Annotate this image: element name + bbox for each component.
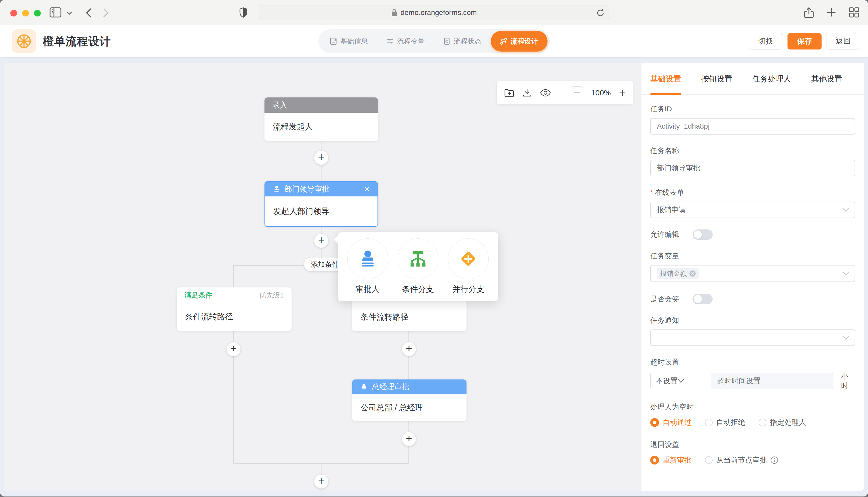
- priority-badge: 优先级1: [259, 290, 284, 300]
- radio-icon: [705, 418, 713, 426]
- task-notify-select[interactable]: [650, 329, 855, 346]
- download-icon[interactable]: [523, 88, 532, 97]
- radio-re-approve[interactable]: 重新审批: [650, 455, 691, 465]
- allow-edit-toggle[interactable]: [692, 229, 713, 240]
- chevron-down-icon[interactable]: [67, 11, 72, 15]
- add-node-button[interactable]: [314, 474, 328, 488]
- status-doc-icon: [443, 38, 451, 45]
- task-id-input[interactable]: [650, 118, 855, 134]
- tab-flow-variables[interactable]: 流程变量: [377, 31, 434, 52]
- chevron-down-icon: [678, 379, 684, 383]
- info-icon: [770, 456, 778, 464]
- add-node-button[interactable]: [402, 342, 416, 356]
- radio-auto-reject[interactable]: 自动拒绝: [705, 417, 745, 427]
- flow-canvas[interactable]: 100% + 录入 流程发起人 部门领导审批 ✕ 发起人部门领导 添加条件: [4, 63, 642, 491]
- timeout-value-input[interactable]: [712, 373, 833, 389]
- task-notify-label: 任务通知: [650, 315, 855, 325]
- zoom-out-button[interactable]: [571, 86, 583, 99]
- browser-sidebar-icon[interactable]: [50, 7, 61, 17]
- add-node-button[interactable]: [314, 234, 328, 248]
- browser-window: demo.orangeforms.com 橙单流程设计 基础信息: [0, 0, 868, 496]
- switch-button[interactable]: 切换: [749, 33, 783, 49]
- return-setting-radio-group: 重新审批 从当前节点审批: [650, 455, 855, 465]
- save-button[interactable]: 保存: [787, 33, 822, 49]
- tab-basic-info[interactable]: 基础信息: [320, 31, 377, 52]
- approver-stamp-icon: [358, 249, 377, 269]
- settings-tabs: 基础设置 按钮设置 任务处理人 其他设置: [642, 63, 864, 95]
- radio-icon: [705, 456, 713, 464]
- back-button[interactable]: [85, 8, 92, 18]
- node-gm-approval[interactable]: 总经理审批 公司总部 / 总经理: [352, 380, 467, 421]
- tab-other-settings[interactable]: 其他设置: [811, 63, 842, 94]
- parallel-branch-icon: [458, 249, 478, 269]
- approver-stamp-icon: [273, 185, 280, 193]
- address-bar[interactable]: demo.orangeforms.com: [258, 5, 610, 20]
- flow-nav-tabs: 基础信息 流程变量 流程状态 流程设计: [318, 29, 550, 53]
- forward-button[interactable]: [103, 8, 109, 18]
- zoom-level: 100%: [591, 88, 611, 97]
- task-id-label: 任务ID: [650, 104, 855, 114]
- countersign-label: 是否会签: [650, 294, 679, 304]
- add-node-menu: 审批人 条件分支 并行分支: [338, 232, 498, 301]
- timeout-mode-select[interactable]: 不设置: [650, 373, 712, 389]
- share-icon[interactable]: [804, 7, 814, 18]
- task-variables-select[interactable]: 报销金额 ✕: [650, 265, 855, 282]
- settings-panel: 基础设置 按钮设置 任务处理人 其他设置 任务ID 任务名称 * 在线表单 报销…: [642, 63, 864, 491]
- online-form-select[interactable]: 报销申请: [650, 202, 855, 218]
- zoom-window-button[interactable]: [34, 10, 41, 16]
- timeout-label: 超时设置: [650, 357, 855, 367]
- radio-from-current-node[interactable]: 从当前节点审批: [705, 455, 778, 465]
- remove-tag-icon[interactable]: ✕: [689, 270, 695, 276]
- tab-overview-icon[interactable]: [849, 7, 859, 18]
- tab-flow-status[interactable]: 流程状态: [434, 31, 491, 52]
- tab-basic-settings[interactable]: 基础设置: [650, 63, 681, 94]
- open-file-icon[interactable]: [505, 88, 514, 97]
- timeout-unit: 小时: [841, 371, 855, 391]
- node-dept-approval[interactable]: 部门领导审批 ✕ 发起人部门领导: [264, 181, 378, 227]
- add-node-button[interactable]: [314, 151, 328, 165]
- close-icon[interactable]: ✕: [364, 185, 370, 193]
- variables-icon: [387, 38, 394, 45]
- radio-assign-handler[interactable]: 指定处理人: [759, 417, 806, 427]
- new-tab-icon[interactable]: [826, 7, 837, 18]
- menu-item-parallel-branch[interactable]: 并行分支: [448, 239, 489, 301]
- radio-icon: [650, 418, 659, 427]
- countersign-toggle[interactable]: [692, 294, 713, 304]
- radio-icon: [650, 456, 659, 465]
- preview-eye-icon[interactable]: [540, 89, 551, 97]
- required-asterisk: *: [650, 188, 653, 197]
- toolbar-divider: [561, 87, 561, 99]
- tab-task-assignee[interactable]: 任务处理人: [753, 63, 791, 94]
- variable-tag: 报销金额 ✕: [657, 268, 699, 279]
- form-info-icon: [330, 38, 337, 45]
- traffic-lights: [10, 10, 41, 16]
- lock-icon: [391, 9, 397, 17]
- zoom-in-button[interactable]: +: [619, 87, 626, 98]
- page-title: 橙单流程设计: [43, 34, 111, 49]
- chevron-down-icon: [842, 208, 850, 212]
- radio-auto-pass[interactable]: 自动通过: [650, 417, 691, 427]
- close-window-button[interactable]: [10, 10, 17, 16]
- online-form-label: * 在线表单: [650, 188, 855, 197]
- url-text: demo.orangeforms.com: [400, 9, 477, 17]
- tab-flow-design[interactable]: 流程设计: [491, 31, 548, 52]
- task-name-label: 任务名称: [650, 146, 855, 156]
- minimize-window-button[interactable]: [22, 10, 29, 16]
- connector-line: [233, 265, 234, 288]
- canvas-toolbar: 100% +: [497, 81, 633, 104]
- reload-icon[interactable]: [596, 9, 605, 17]
- chevron-down-icon: [842, 335, 850, 340]
- add-node-button[interactable]: [402, 432, 416, 446]
- tab-button-settings[interactable]: 按钮设置: [701, 63, 732, 94]
- return-setting-label: 退回设置: [650, 440, 855, 450]
- allow-edit-label: 允许编辑: [650, 230, 679, 240]
- app-header: 橙单流程设计 基础信息 流程变量 流程状态 流程设计 切换 保存 返回: [0, 25, 868, 57]
- empty-handler-radio-group: 自动通过 自动拒绝 指定处理人: [650, 417, 855, 427]
- task-name-input[interactable]: [650, 160, 855, 176]
- node-condition-left[interactable]: 满足条件 优先级1 条件流转路径: [177, 287, 292, 331]
- back-to-list-button[interactable]: 返回: [826, 33, 860, 49]
- add-node-button[interactable]: [226, 342, 240, 356]
- menu-item-condition-branch[interactable]: 条件分支: [398, 239, 438, 301]
- menu-item-approver[interactable]: 审批人: [347, 239, 388, 301]
- node-start[interactable]: 录入 流程发起人: [264, 97, 378, 141]
